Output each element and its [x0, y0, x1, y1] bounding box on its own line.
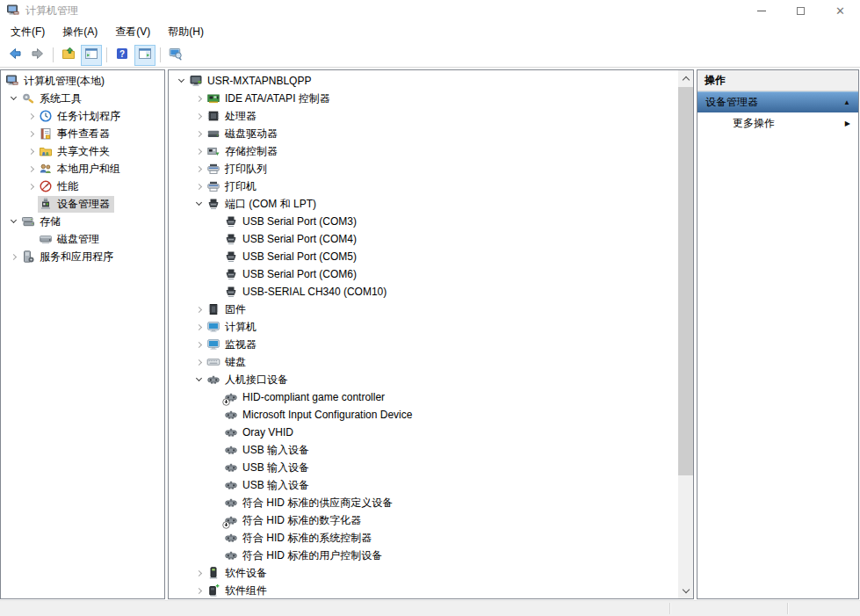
expander[interactable] — [192, 179, 206, 193]
chevron-right-icon[interactable] — [195, 148, 201, 154]
tree-item-body[interactable]: 符合 HID 标准的数字化器 — [223, 512, 365, 529]
tree-item-body[interactable]: USB Serial Port (COM3) — [223, 214, 361, 229]
tree-item[interactable]: USB Serial Port (COM3) — [169, 213, 678, 230]
tree-item[interactable]: 符合 HID 标准的数字化器 — [169, 511, 678, 529]
tree-item-body[interactable]: 共享文件夹 — [38, 143, 114, 160]
chevron-right-icon[interactable] — [195, 130, 201, 136]
tree-item-body[interactable]: USB-SERIAL CH340 (COM10) — [223, 284, 391, 300]
tree-item-body[interactable]: 计算机管理(本地) — [4, 73, 109, 90]
chevron-right-icon[interactable] — [27, 183, 33, 189]
chevron-right-icon[interactable] — [27, 148, 33, 154]
chevron-right-icon[interactable] — [27, 112, 33, 119]
tree-item[interactable]: IDE ATA/ATAPI 控制器 — [169, 90, 678, 107]
chevron-right-icon[interactable] — [195, 323, 201, 330]
actions-section-device-manager[interactable]: 设备管理器 ▲ — [697, 91, 858, 112]
chevron-right-icon[interactable] — [195, 341, 201, 347]
tree-item[interactable]: 端口 (COM 和 LPT) — [169, 195, 678, 213]
expander[interactable] — [192, 91, 206, 105]
help-button[interactable]: ? — [112, 45, 133, 66]
tree-item-body[interactable]: USB Serial Port (COM5) — [223, 249, 361, 265]
tree-item[interactable]: 磁盘驱动器 — [169, 125, 678, 142]
expander[interactable] — [192, 127, 206, 141]
tree-item[interactable]: 存储 — [1, 213, 164, 230]
tree-item-body[interactable]: 键盘 — [206, 354, 250, 371]
tree-item-body[interactable]: 存储 — [20, 214, 65, 230]
tree-item-body[interactable]: USB 输入设备 — [223, 460, 314, 476]
tree-item-body[interactable]: 存储控制器 — [206, 143, 282, 160]
export-list-button[interactable] — [58, 45, 79, 66]
expander[interactable] — [6, 250, 20, 264]
tree-item[interactable]: 服务和应用程序 — [1, 248, 164, 265]
tree-item-body[interactable]: 磁盘管理 — [38, 231, 104, 248]
tree-item-body[interactable]: 固件 — [206, 301, 250, 318]
chevron-down-icon[interactable] — [10, 94, 16, 100]
scrollbar-up-button[interactable] — [678, 70, 693, 85]
expander[interactable] — [24, 127, 38, 141]
tree-item-body[interactable]: IDE ATA/ATAPI 控制器 — [206, 91, 335, 107]
expander[interactable] — [174, 74, 188, 88]
tree-item[interactable]: 系统工具 — [1, 90, 164, 107]
tree-item[interactable]: 监视器 — [169, 336, 678, 353]
expander[interactable] — [192, 109, 206, 123]
tree-item[interactable]: 符合 HID 标准的用户控制设备 — [169, 547, 678, 564]
tree-item-body[interactable]: 打印机 — [206, 178, 261, 195]
expander[interactable] — [192, 373, 206, 387]
tree-item[interactable]: 设备管理器 — [1, 195, 164, 213]
chevron-down-icon[interactable] — [177, 76, 184, 83]
tree-item[interactable]: 人机接口设备 — [169, 371, 678, 388]
tree-item[interactable]: USB 输入设备 — [169, 459, 678, 476]
chevron-right-icon[interactable] — [195, 569, 201, 576]
menu-item[interactable]: 查看(V) — [106, 21, 159, 43]
chevron-right-icon[interactable] — [195, 306, 201, 312]
expander[interactable] — [192, 302, 206, 316]
scrollbar-thumb[interactable] — [678, 87, 693, 475]
tree-item-body[interactable]: USB 输入设备 — [223, 442, 314, 459]
tree-item-body[interactable]: Microsoft Input Configuration Device — [223, 407, 416, 423]
more-actions-item[interactable]: 更多操作 ▶ — [697, 112, 858, 134]
tree-item-body[interactable]: 软件设备 — [206, 565, 271, 582]
tree-item-body[interactable]: USR-MXTAPNBLQPP — [188, 73, 315, 89]
tree-item-body[interactable]: 人机接口设备 — [206, 372, 293, 388]
vertical-scrollbar[interactable] — [678, 70, 693, 598]
chevron-right-icon[interactable] — [195, 112, 201, 119]
expander[interactable] — [192, 583, 206, 598]
chevron-right-icon[interactable] — [10, 253, 16, 259]
tree-item-body[interactable]: USB Serial Port (COM6) — [223, 266, 361, 282]
expander[interactable] — [192, 355, 206, 369]
tree-item[interactable]: 打印队列 — [169, 160, 678, 178]
tree-item[interactable]: USB 输入设备 — [169, 441, 678, 459]
remote-view-button[interactable] — [165, 45, 186, 66]
tree-item-body[interactable]: 服务和应用程序 — [20, 249, 118, 265]
tree-item[interactable]: Oray VHID — [169, 424, 678, 441]
tree-item[interactable]: USB Serial Port (COM6) — [169, 265, 678, 283]
tree-item[interactable]: HID-compliant game controller — [169, 388, 678, 406]
scrollbar-down-button[interactable] — [678, 583, 693, 598]
tree-item-body[interactable]: 性能 — [38, 178, 83, 195]
tree-item[interactable]: 磁盘管理 — [1, 230, 164, 248]
tree-item[interactable]: USB-SERIAL CH340 (COM10) — [169, 283, 678, 301]
tree-item-body[interactable]: Oray VHID — [223, 424, 298, 440]
expander[interactable] — [6, 91, 20, 105]
tree-item[interactable]: USB Serial Port (COM4) — [169, 230, 678, 248]
tree-item[interactable]: 存储控制器 — [169, 142, 678, 160]
tree-item-body[interactable]: HID-compliant game controller — [223, 389, 389, 405]
tree-item-body[interactable]: 符合 HID 标准的供应商定义设备 — [223, 495, 397, 511]
expander[interactable] — [24, 109, 38, 123]
tree-item-body[interactable]: 符合 HID 标准的用户控制设备 — [223, 547, 387, 564]
tree-item[interactable]: 固件 — [169, 301, 678, 318]
tree-item[interactable]: 处理器 — [169, 107, 678, 125]
expander[interactable] — [192, 197, 206, 211]
chevron-right-icon[interactable] — [195, 587, 201, 593]
tree-item-body[interactable]: 磁盘驱动器 — [206, 126, 282, 142]
tree-item-body[interactable]: USB Serial Port (COM4) — [223, 231, 361, 247]
expander[interactable] — [24, 144, 38, 158]
expander[interactable] — [6, 214, 20, 228]
tree-item[interactable]: 符合 HID 标准的系统控制器 — [169, 529, 678, 547]
tree-item[interactable]: 打印机 — [169, 178, 678, 195]
tree-item-body[interactable]: 系统工具 — [20, 91, 86, 107]
tree-item[interactable]: 本地用户和组 — [1, 160, 164, 178]
expander[interactable] — [192, 320, 206, 334]
expander[interactable] — [24, 179, 38, 193]
chevron-right-icon[interactable] — [195, 359, 201, 365]
show-hide-action-pane-button[interactable] — [134, 45, 155, 66]
